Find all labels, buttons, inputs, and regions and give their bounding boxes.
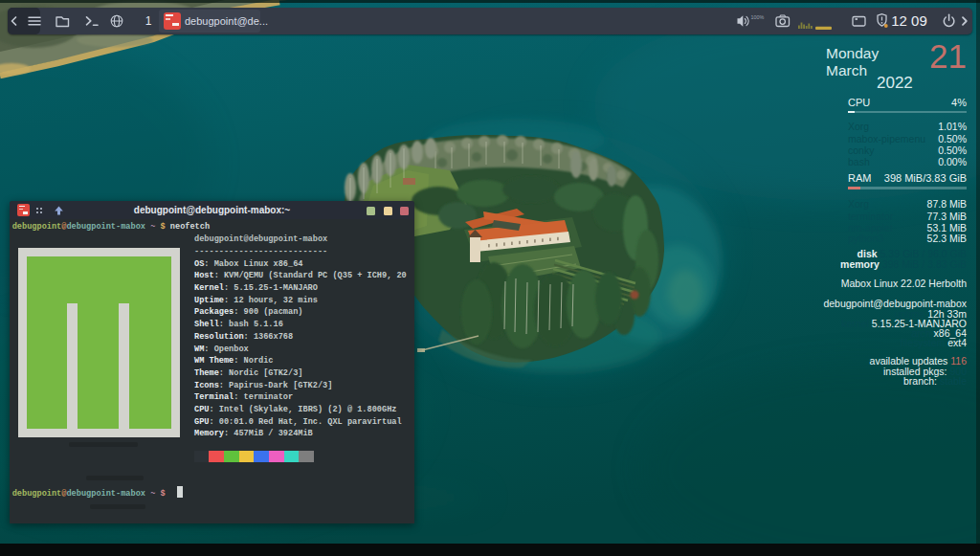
svg-text:100%: 100% [751, 14, 765, 20]
